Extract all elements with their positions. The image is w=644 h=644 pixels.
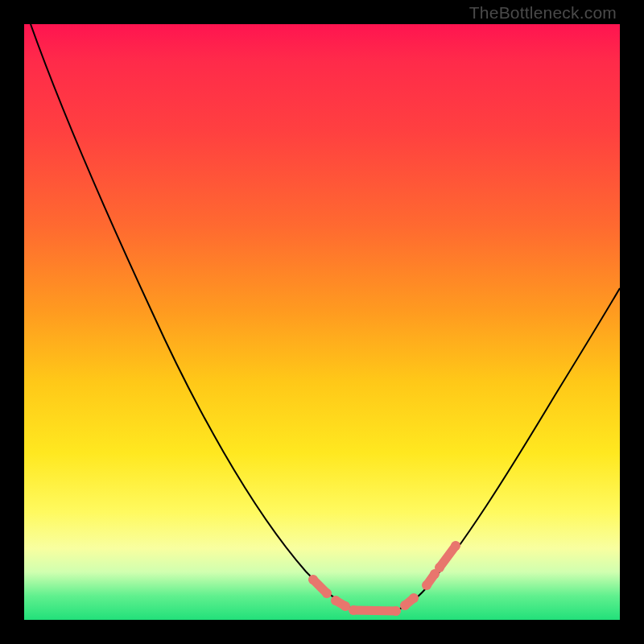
- marker-seg-3: [353, 610, 396, 611]
- marker-dot: [322, 588, 332, 598]
- marker-dot: [451, 541, 460, 551]
- marker-dot: [331, 596, 341, 605]
- bottleneck-curve-path: [31, 24, 620, 613]
- marker-dot: [435, 563, 444, 572]
- marker-dot: [391, 606, 401, 616]
- outer-frame: TheBottleneck.com: [0, 0, 644, 644]
- bottleneck-curve-svg: [24, 24, 620, 620]
- marker-dot: [308, 575, 318, 584]
- marker-dot: [349, 605, 358, 615]
- watermark-text: TheBottleneck.com: [469, 3, 617, 23]
- marker-dot: [409, 593, 419, 603]
- gradient-plot-area: [24, 24, 620, 620]
- marker-dot: [400, 601, 410, 610]
- marker-dot: [422, 580, 431, 590]
